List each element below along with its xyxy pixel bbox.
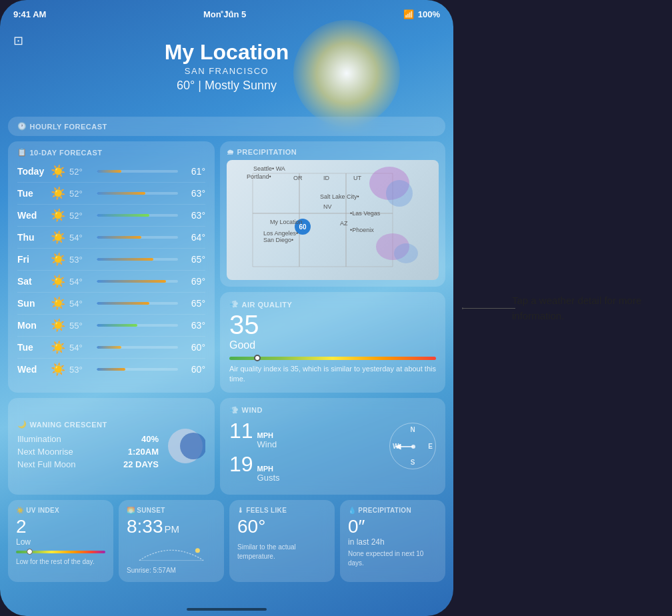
wind-gust-row: 19 MPH Gusts <box>229 453 389 483</box>
forecast-row-6[interactable]: Sun ☀️ 54° 65° <box>17 293 205 315</box>
home-bar <box>187 608 267 611</box>
map-losangeles: Los Angeles• <box>263 230 298 237</box>
map-lasvegas: •Las Vegas <box>350 210 380 217</box>
sunset-tile[interactable]: 🌅 SUNSET 8:33 PM Sunrise: 5:57AM <box>119 500 224 582</box>
precip-period: in last 24h <box>348 537 437 547</box>
forecast-row-1[interactable]: Tue ☀️ 52° 63° <box>17 183 205 205</box>
city-name: My Location <box>0 40 453 65</box>
air-quality-section[interactable]: 💨 AIR QUALITY 35 Good Air quality index … <box>220 292 445 393</box>
precipitation-map-section[interactable]: 🌧 PRECIPITATION <box>220 141 445 287</box>
main-grid: 📋 10-DAY FORECAST Today ☀️ 52° 61° Tue ☀… <box>8 141 445 393</box>
wind-compass: N S W E <box>389 423 436 469</box>
wind-data: 💨 WIND 11 MPH Wind 19 MPH <box>229 406 389 487</box>
map-slc: Salt Lake City• <box>320 193 359 200</box>
svg-point-1 <box>386 180 413 207</box>
forecast-row-9[interactable]: Wed ☀️ 53° 60° <box>17 359 205 380</box>
precipitation-label: 🌧 PRECIPITATION <box>227 148 439 156</box>
moon-section[interactable]: 🌙 WANING CRESCENT Illumination 40% Next … <box>8 398 215 495</box>
weather-header: My Location SAN FRANCISCO 60° | Mostly S… <box>0 40 453 93</box>
moon-label: 🌙 WANING CRESCENT <box>17 420 159 429</box>
uv-tile-label: ☀️ UV INDEX <box>16 507 105 514</box>
sunset-time: 8:33 <box>127 517 163 537</box>
aqi-quality: Good <box>229 339 436 351</box>
content-area: 🕐 HOURLY FORECAST 📋 10-DAY FORECAST Toda… <box>8 117 445 616</box>
forecast-row-2[interactable]: Wed ☀️ 52° 63° <box>17 205 205 227</box>
wind-speed-row: 11 MPH Wind <box>229 420 389 449</box>
map-sandiego: San Diego• <box>263 237 293 243</box>
forecast-row-4[interactable]: Fri ☀️ 53° 65° <box>17 249 205 271</box>
wifi-icon: 📶 <box>403 9 414 19</box>
status-date: Mon Jun 5 <box>203 9 246 19</box>
air-quality-label: 💨 AIR QUALITY <box>229 300 436 309</box>
moon-info: 🌙 WANING CRESCENT Illumination 40% Next … <box>17 420 159 472</box>
uv-description: Low for the rest of the day. <box>16 557 105 567</box>
svg-point-3 <box>394 243 418 263</box>
map-mylocation: My Location <box>270 219 303 225</box>
precip-description: None expected in next 10 days. <box>348 549 437 568</box>
map-nv: NV <box>323 203 332 210</box>
bottom-grid: 🌙 WANING CRESCENT Illumination 40% Next … <box>8 398 445 495</box>
status-bar: 9:41 AM Mon Jun 5 📶 100% <box>13 9 440 19</box>
feels-like-tile[interactable]: 🌡 FEELS LIKE 60° Similar to the actual t… <box>229 500 335 582</box>
uv-rating: Low <box>16 537 105 547</box>
callout-text: Tap a weather detail for more informatio… <box>512 293 659 323</box>
hourly-label: 🕐 HOURLY FORECAST <box>17 122 436 131</box>
map-az: AZ <box>340 220 348 227</box>
map-phoenix: •Phoenix <box>350 227 374 233</box>
uv-index-tile[interactable]: ☀️ UV INDEX 2 Low Low for the rest of th… <box>8 500 113 582</box>
sunset-ampm: PM <box>165 523 180 535</box>
precip-tile[interactable]: 💧 PRECIPITATION 0″ in last 24h None expe… <box>340 500 445 582</box>
uv-indicator <box>27 549 33 555</box>
map-seattle: Seattle• WA <box>253 165 285 172</box>
hourly-forecast-section[interactable]: 🕐 HOURLY FORECAST <box>8 117 445 136</box>
ipad-frame: 9:41 AM Mon Jun 5 📶 100% ⊡ My Location S… <box>0 0 453 616</box>
precip-amount: 0″ <box>348 517 437 537</box>
sunrise-label: Sunrise: 5:57AM <box>127 566 216 575</box>
aqi-number: 35 <box>229 311 436 338</box>
battery-icon: 100% <box>418 9 440 19</box>
city-region: SAN FRANCISCO <box>0 66 453 76</box>
moon-illumination: Illumination 40% <box>17 434 159 444</box>
uv-value: 2 <box>16 517 105 537</box>
sunset-time-display: 8:33 PM <box>127 517 216 537</box>
aqi-bar <box>229 357 436 360</box>
map-id: ID <box>323 175 329 181</box>
right-column: 🌧 PRECIPITATION <box>220 141 445 393</box>
forecast-row-8[interactable]: Tue ☀️ 54° 60° <box>17 337 205 359</box>
forecast-row-7[interactable]: Mon ☀️ 55° 63° <box>17 315 205 337</box>
moon-fullmoon: Next Full Moon 22 DAYS <box>17 459 159 469</box>
wind-label: 💨 WIND <box>229 406 389 415</box>
map-or: OR <box>293 175 303 181</box>
forecast-label: 📋 10-DAY FORECAST <box>17 148 205 157</box>
feels-like-description: Similar to the actual temperature. <box>237 543 327 561</box>
precip-tile-label: 💧 PRECIPITATION <box>348 507 437 514</box>
map-portland: Portland• <box>247 173 271 180</box>
feels-like-temp: 60° <box>237 517 327 537</box>
aqi-description: Air quality index is 35, which is simila… <box>229 364 436 385</box>
svg-point-13 <box>462 307 463 309</box>
tiles-row: ☀️ UV INDEX 2 Low Low for the rest of th… <box>8 500 445 582</box>
wind-section[interactable]: 💨 WIND 11 MPH Wind 19 MPH <box>220 398 445 495</box>
sun-arc <box>127 540 216 563</box>
forecast-row-3[interactable]: Thu ☀️ 54° 64° <box>17 227 205 249</box>
uv-bar <box>16 551 105 553</box>
forecast-row-5[interactable]: Sat ☀️ 54° 69° <box>17 271 205 293</box>
map-ut: UT <box>353 175 361 181</box>
moon-moonrise: Next Moonrise 1:20AM <box>17 447 159 457</box>
svg-point-10 <box>195 548 200 553</box>
moon-visual <box>165 426 205 466</box>
forecast-row-0[interactable]: Today ☀️ 52° 61° <box>17 161 205 183</box>
aqi-indicator <box>254 355 261 361</box>
forecast-section[interactable]: 📋 10-DAY FORECAST Today ☀️ 52° 61° Tue ☀… <box>8 141 215 393</box>
precipitation-map[interactable]: 60 Seattle• WA Portland• OR ID UT Salt L… <box>227 160 439 280</box>
city-temp-condition: 60° | Mostly Sunny <box>0 79 453 93</box>
status-time: 9:41 AM <box>13 9 46 19</box>
sunset-tile-label: 🌅 SUNSET <box>127 507 216 514</box>
status-right: 📶 100% <box>403 9 440 19</box>
callout-container: Tap a weather detail for more informatio… <box>512 293 659 323</box>
feels-like-label: 🌡 FEELS LIKE <box>237 507 327 514</box>
